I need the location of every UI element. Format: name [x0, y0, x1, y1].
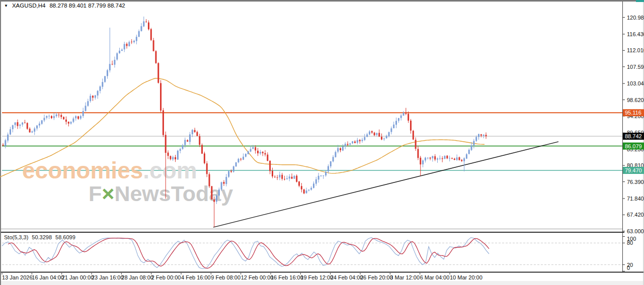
time-tick-label: 21 Jan 00:00 [62, 274, 94, 280]
candle [155, 50, 156, 64]
price-tick-label: 120.980 [627, 15, 644, 21]
ohlc-values: 88.278 89.401 87.799 88.742 [49, 3, 125, 9]
candle [177, 150, 179, 160]
price-tag-text: 86.079 [625, 143, 642, 149]
price-tick-label: 67.420 [627, 212, 644, 218]
time-tick-label: 13 Jan 2026 [2, 274, 33, 280]
candle [150, 28, 152, 41]
stochastic-k-value: 50.3298 [32, 234, 52, 240]
time-tick-label: 24 Feb 04:00 [331, 274, 363, 280]
candle [201, 143, 203, 154]
time-tick-label: 23 Jan 16:00 [92, 274, 124, 280]
price-tag-text: 88.742 [625, 133, 642, 139]
price-tick-label: 98.620 [627, 97, 644, 103]
price-axis[interactable]: 120.980116.430112.010107.590103.04098.62… [622, 15, 644, 234]
chart-plot-layer[interactable]: 120.980116.430112.010107.590103.04098.62… [0, 0, 644, 285]
chart-window: economies.com F×NewsToday 120.980116.430… [0, 0, 644, 285]
price-tick-label: 107.590 [627, 64, 644, 70]
time-tick-label: 26 Feb 20:00 [360, 274, 393, 280]
time-tick-label: 9 Feb 08:00 [211, 274, 240, 280]
symbol-period-label: XAGUSD,H4 [12, 3, 45, 9]
stochastic-name: Sto(5,3,3) [4, 234, 28, 240]
time-tick-label: 4 Feb 16:00 [181, 274, 211, 280]
time-tick-label: 3 Mar 12:00 [390, 274, 420, 280]
time-tick-label: 2 Feb 00:00 [151, 274, 181, 280]
candle [27, 123, 28, 130]
candle [116, 52, 118, 61]
time-axis[interactable]: 13 Jan 202616 Jan 04:0021 Jan 00:0023 Ja… [2, 273, 482, 280]
price-tag-text: 95.116 [625, 110, 641, 116]
candle [413, 130, 414, 140]
candle [303, 188, 305, 194]
price-tag-text: 79.470 [625, 167, 642, 173]
time-tick-label: 10 Mar 20:00 [450, 274, 482, 280]
time-tick-label: 12 Feb 00:00 [241, 274, 274, 280]
candle [233, 166, 234, 173]
chart-title: ▼ XAGUSD,H4 88.278 89.401 87.799 88.742 [4, 3, 125, 9]
stochastic-indicator-label: Sto(5,3,3) 50.3298 58.6099 [4, 234, 75, 240]
stochastic-tick-label: 80 [627, 240, 633, 246]
candle [163, 108, 164, 137]
candle [160, 80, 162, 112]
price-tick-label: 76.390 [627, 179, 644, 185]
price-tick-label: 103.040 [627, 80, 644, 86]
stochastic-pane[interactable] [2, 233, 622, 272]
candle [209, 172, 210, 188]
main-chart-area[interactable] [2, 2, 622, 229]
time-tick-label: 16 Jan 04:00 [32, 274, 64, 280]
candle [211, 186, 212, 200]
window-corner-accent [636, 0, 644, 2]
stochastic-tick-label: 0 [627, 265, 630, 271]
candle [104, 76, 106, 83]
price-tick-label: 63.000 [627, 228, 644, 234]
price-tick-label: 71.840 [627, 196, 644, 202]
one-click-trading-arrow-icon[interactable]: ▼ [4, 4, 8, 8]
price-tick-label: 116.430 [627, 31, 644, 37]
time-tick-label: 19 Feb 12:00 [300, 274, 333, 280]
time-tick-label: 16 Feb 16:00 [271, 274, 303, 280]
candle [204, 152, 205, 164]
time-tick-label: 6 Mar 04:00 [420, 274, 450, 280]
stochastic-d-value: 58.6099 [55, 234, 75, 240]
candle [235, 162, 237, 167]
time-tick-label: 28 Jan 08:00 [121, 274, 153, 280]
price-tick-label: 112.010 [627, 47, 644, 53]
candle [157, 62, 159, 83]
